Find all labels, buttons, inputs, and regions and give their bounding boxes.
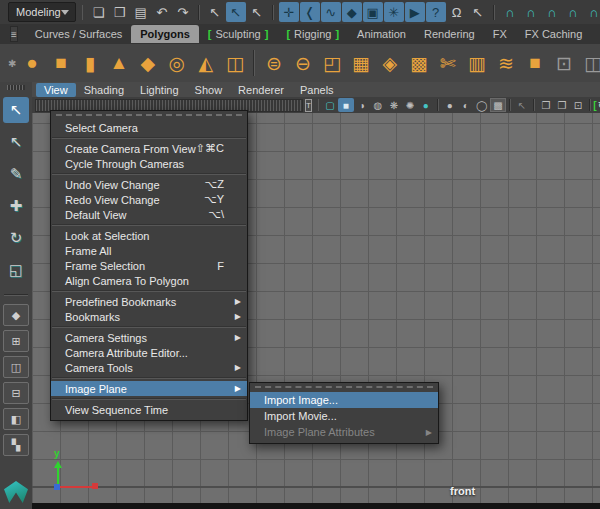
menu-tab[interactable]: FX	[484, 25, 516, 43]
panel-menu-item[interactable]: Shading	[76, 83, 132, 97]
menu-item[interactable]: Default View ⌥\	[51, 207, 247, 222]
submenu-tearoff-handle[interactable]	[255, 386, 433, 390]
curve-snap-icon[interactable]: ∿	[321, 2, 341, 22]
symmetry-icon[interactable]: ✛	[279, 2, 299, 22]
select-hierarchy-icon[interactable]: ↖	[247, 2, 267, 22]
film-graph-icon[interactable]: ▶	[405, 2, 425, 22]
hamburger-icon[interactable]: ≡	[10, 26, 18, 42]
bevel-cube-icon[interactable]: ■	[521, 48, 548, 78]
boolean-difference-icon[interactable]: ⊖	[289, 48, 316, 78]
select-component-icon[interactable]: ↖	[226, 2, 246, 22]
menu-tab[interactable]: Sculpting	[199, 25, 278, 43]
wireframe-mode-icon[interactable]: ▢	[322, 98, 338, 112]
poly-cylinder-icon[interactable]: ▮	[76, 48, 103, 78]
shelf-gear-icon[interactable]: ✱	[8, 58, 16, 69]
menu-item[interactable]: Undo View Change ⌥Z	[51, 177, 247, 192]
menu-item[interactable]: Camera Attribute Editor...	[51, 345, 247, 360]
pane-split-layout-button[interactable]: ⊟	[3, 382, 29, 404]
poly-torus-icon[interactable]: ◎	[163, 48, 190, 78]
rotate-tool-icon[interactable]: ↻	[3, 225, 29, 251]
poly-sphere-icon[interactable]: ●	[18, 48, 45, 78]
menu-item[interactable]: Redo View Change ⌥Y	[51, 192, 247, 207]
lock-icon[interactable]: Ω	[447, 2, 467, 22]
menu-item[interactable]: Select Camera	[51, 120, 247, 135]
open-scene-icon[interactable]: ❒	[110, 2, 130, 22]
menu-item[interactable]: Cycle Through Cameras	[51, 156, 247, 171]
menu-item[interactable]: View Sequence Time	[51, 402, 247, 417]
tearoff-button[interactable]: T	[305, 99, 312, 112]
panel-menu-item[interactable]: Renderer	[230, 83, 292, 97]
antialias-icon[interactable]: ◯	[474, 98, 490, 112]
subdiv-proxy-icon[interactable]: ◈	[376, 48, 403, 78]
snap-projected-center-icon[interactable]: ∩	[563, 2, 583, 22]
pane-outliner-layout-button[interactable]: ◫	[3, 356, 29, 378]
lights-icon[interactable]: ✺	[402, 98, 418, 112]
menu-tab[interactable]: Rendering	[415, 25, 484, 43]
ambient-occlusion-icon[interactable]: ●	[442, 98, 458, 112]
menu-tab[interactable]: Curves / Surfaces	[26, 25, 131, 43]
undo-icon[interactable]: ↶	[152, 2, 172, 22]
subdivide-icon[interactable]: ▩	[405, 48, 432, 78]
mirror-icon[interactable]: ◰	[318, 48, 345, 78]
menu-tab[interactable]: XGen	[591, 25, 600, 43]
boolean-union-icon[interactable]: ⊜	[260, 48, 287, 78]
snap-view-plane-icon[interactable]: ∩	[584, 2, 600, 22]
angle-snap-icon[interactable]: ❬	[300, 2, 320, 22]
single-pane-layout-button[interactable]: ◆	[3, 304, 29, 326]
material-sphere-icon[interactable]: ◍	[370, 98, 386, 112]
soft-select-icon[interactable]: ◆	[342, 2, 362, 22]
poly-pipe-icon[interactable]: ◫	[221, 48, 248, 78]
snap-point-icon[interactable]: ∩	[542, 2, 562, 22]
new-scene-icon[interactable]: ❏	[89, 2, 109, 22]
grease-pencil-icon[interactable]: ⊡	[570, 98, 586, 112]
shaded-mode-icon[interactable]: ■	[338, 98, 354, 112]
menu-tab[interactable]: Polygons	[131, 25, 199, 43]
menu-tab[interactable]: FX Caching	[516, 25, 591, 43]
select-object-icon[interactable]: ↖	[205, 2, 225, 22]
menu-item[interactable]: Predefined Bookmarks ▶	[51, 294, 247, 309]
menu-item[interactable]: Camera Tools ▶	[51, 360, 247, 375]
four-pane-layout-button[interactable]: ⊞	[3, 330, 29, 352]
panel-copy-icon[interactable]: ❐	[538, 98, 554, 112]
redo-icon[interactable]: ↷	[173, 2, 193, 22]
panel-menu-item[interactable]: View	[36, 83, 76, 97]
menu-item[interactable]: Camera Settings ▶	[51, 330, 247, 345]
menu-item[interactable]: Image Plane ▶	[51, 381, 247, 396]
menu-item[interactable]: Frame Selection F	[51, 258, 247, 273]
smooth-icon[interactable]: ▦	[347, 48, 374, 78]
poly-plane-icon[interactable]: ◆	[134, 48, 161, 78]
panel-menu-item[interactable]: Lighting	[132, 83, 187, 97]
move-tool-icon[interactable]: ✚	[3, 193, 29, 219]
pane-stack-layout-button[interactable]: ◧	[3, 408, 29, 430]
menu-item[interactable]: Import Image...	[250, 392, 438, 408]
graph-icon[interactable]: ✳	[384, 2, 404, 22]
textured-mode-icon[interactable]: ◑	[354, 98, 370, 112]
toolbox-drag-handle[interactable]	[7, 85, 25, 90]
menu-item[interactable]: Import Movie...	[250, 408, 438, 424]
isolate-select-icon[interactable]: ↖	[514, 98, 530, 112]
snap-cursor-icon[interactable]: ↖	[468, 2, 488, 22]
select-tool-icon[interactable]: ↖	[3, 97, 29, 123]
multi-cut-icon[interactable]: ✄	[434, 48, 461, 78]
menu-set-dropdown[interactable]: Modeling	[8, 2, 76, 22]
poly-pyramid-icon[interactable]: ◭	[192, 48, 219, 78]
menu-item[interactable]: Frame All	[51, 243, 247, 258]
exposure-refresh-icon[interactable]: ↻	[594, 98, 600, 112]
menu-tearoff-handle[interactable]	[56, 114, 242, 118]
snap-curve-icon[interactable]: ∩	[521, 2, 541, 22]
menu-item[interactable]: Look at Selection	[51, 228, 247, 243]
panel-menu-item[interactable]: Panels	[292, 83, 342, 97]
snap-grid-icon[interactable]: ∩	[500, 2, 520, 22]
menu-item[interactable]: Align Camera To Polygon	[51, 273, 247, 288]
viewport-effects-icon[interactable]: ▩	[490, 98, 506, 112]
menu-item[interactable]: Image Plane Attributes ▶	[250, 424, 438, 440]
poly-cube-icon[interactable]: ■	[47, 48, 74, 78]
panel-layout-icon[interactable]: ❐	[554, 98, 570, 112]
lasso-select-tool-icon[interactable]: ↖	[3, 129, 29, 155]
pane-mixed-layout-button[interactable]: ▚	[3, 434, 29, 456]
panel-menu-item[interactable]: Show	[187, 83, 231, 97]
extrude-icon[interactable]: ▥	[463, 48, 490, 78]
border-edge-icon[interactable]: ⊡	[550, 48, 577, 78]
frame-icon[interactable]: ▣	[363, 2, 383, 22]
paint-select-tool-icon[interactable]: ✎	[3, 161, 29, 187]
